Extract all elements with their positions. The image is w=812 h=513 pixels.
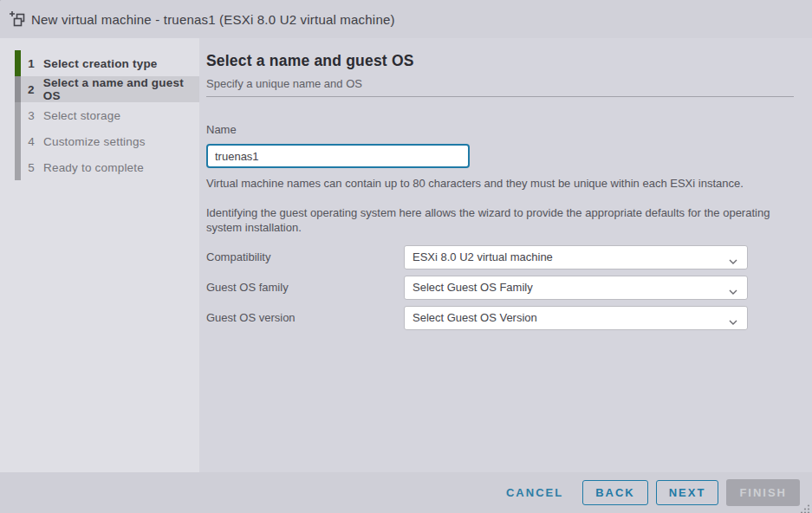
step-progress-bar [15,102,21,128]
step-label: Select a name and guest OS [43,76,199,102]
name-field-label: Name [206,123,794,136]
step-number: 5 [27,161,36,174]
page-subtitle: Specify a unique name and OS [206,77,794,90]
step-number: 4 [27,135,36,148]
wizard-footer: CANCEL BACK NEXT FINISH [0,472,812,513]
compatibility-select[interactable]: ESXi 8.0 U2 virtual machine [404,245,748,269]
compatibility-row: Compatibility ESXi 8.0 U2 virtual machin… [206,245,794,269]
guest-os-version-select[interactable]: Select Guest OS Version [404,306,748,330]
new-vm-wizard-dialog: New virtual machine - truenas1 (ESXi 8.0… [0,0,812,513]
guest-os-version-selected-value: Select Guest OS Version [412,311,537,324]
step-number: 2 [27,83,36,96]
step-label: Customize settings [43,135,146,148]
step-progress-bar [15,154,21,180]
dialog-title: New virtual machine - truenas1 (ESXi 8.0… [31,12,395,27]
os-selection-rows: Compatibility ESXi 8.0 U2 virtual machin… [206,245,794,330]
compatibility-selected-value: ESXi 8.0 U2 virtual machine [412,250,553,263]
page-title: Select a name and guest OS [206,52,794,70]
step-progress-bar [15,128,21,154]
guest-os-family-label: Guest OS family [206,281,404,294]
back-button[interactable]: BACK [582,480,648,505]
step-progress-bar [15,76,21,102]
step-select-storage[interactable]: 3 Select storage [0,102,199,128]
step-label: Ready to complete [43,161,144,174]
vm-name-input[interactable] [206,144,470,168]
name-help-text: Virtual machine names can contain up to … [206,176,794,192]
step-number: 3 [27,109,36,122]
step-select-creation-type[interactable]: 1 Select creation type [0,50,199,76]
next-button[interactable]: NEXT [656,480,719,505]
step-customize-settings[interactable]: 4 Customize settings [0,128,199,154]
compatibility-label: Compatibility [206,250,404,263]
wizard-steps-sidebar: 1 Select creation type 2 Select a name a… [0,38,199,472]
new-vm-icon [8,10,27,29]
guest-os-version-label: Guest OS version [206,311,404,324]
step-number: 1 [27,57,36,70]
dialog-titlebar: New virtual machine - truenas1 (ESXi 8.0… [0,0,812,38]
guest-os-family-row: Guest OS family Select Guest OS Family [206,276,794,300]
step-ready-to-complete[interactable]: 5 Ready to complete [0,154,199,180]
finish-button: FINISH [726,479,800,506]
guest-os-family-select[interactable]: Select Guest OS Family [404,276,748,300]
step-label: Select storage [43,109,120,122]
chevron-down-icon [729,255,737,268]
step-label: Select creation type [43,57,158,70]
guest-os-family-selected-value: Select Guest OS Family [412,281,533,294]
chevron-down-icon [729,285,737,298]
step-select-name-guest-os[interactable]: 2 Select a name and guest OS [0,76,199,102]
wizard-page-content: Select a name and guest OS Specify a uni… [199,38,812,472]
cancel-button[interactable]: CANCEL [496,486,574,499]
step-progress-bar [15,50,21,76]
resize-grip-icon[interactable] [801,502,810,511]
header-divider [206,96,794,97]
guest-os-help-text: Identifying the guest operating system h… [206,205,794,236]
guest-os-version-row: Guest OS version Select Guest OS Version [206,306,794,330]
chevron-down-icon [729,315,737,328]
